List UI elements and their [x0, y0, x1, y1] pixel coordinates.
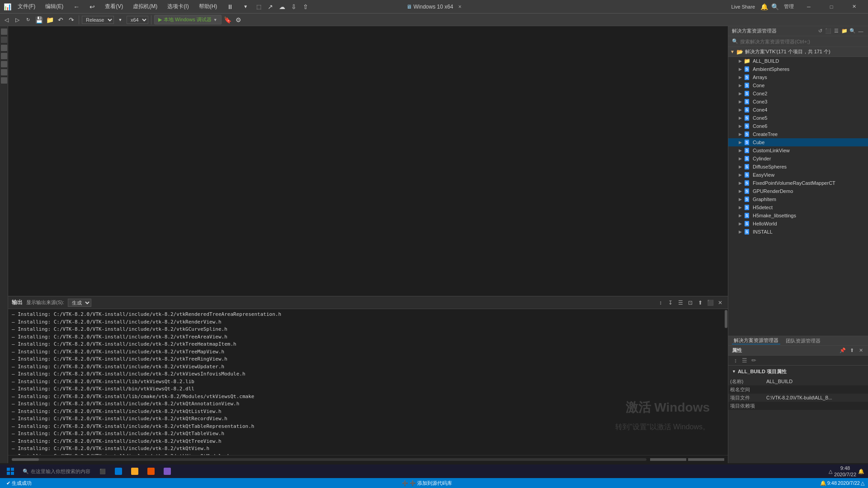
minimize-btn[interactable]: ─: [798, 0, 819, 14]
props-btn-float[interactable]: ⬆: [848, 347, 855, 354]
taskbar-edge[interactable]: [111, 465, 126, 477]
tree-item-graphitem[interactable]: ▶SGraphItem: [728, 195, 868, 203]
tree-item-cylinder[interactable]: ▶SCylinder: [728, 155, 868, 163]
tree-item-cone[interactable]: ▶SCone: [728, 81, 868, 89]
undo-icon[interactable]: ↩: [86, 2, 99, 11]
sol-search-icon[interactable]: —: [857, 28, 864, 35]
edit-menu[interactable]: 编辑(E): [42, 2, 67, 11]
file-menu[interactable]: 文件(F): [14, 2, 39, 11]
window-close-icon[interactable]: ×: [458, 4, 462, 10]
help-menu[interactable]: 帮助(H): [195, 2, 221, 11]
search-icon[interactable]: 🔍: [770, 2, 779, 11]
hide-icons-btn[interactable]: △: [861, 480, 864, 486]
output-btn-4[interactable]: ⊡: [686, 299, 694, 307]
live-share-btn[interactable]: Live Share: [728, 4, 758, 9]
props-sort-alpha[interactable]: ↕: [732, 357, 739, 364]
toolbar-icon-4[interactable]: ⇩: [289, 2, 298, 11]
taskbar-time[interactable]: 9:48 2020/7/22: [834, 465, 856, 478]
tree-item-fixedpointvolumeraycastmapperct[interactable]: ▶SFixedPointVolumeRayCastMapperCT: [728, 179, 868, 187]
tree-item-arrays[interactable]: ▶SArrays: [728, 73, 868, 81]
left-icon-4[interactable]: [1, 53, 7, 59]
refresh-btn[interactable]: ↻: [24, 15, 33, 24]
left-icon-6[interactable]: [1, 69, 7, 75]
props-sort-cat[interactable]: ☰: [741, 357, 748, 364]
tree-item-install[interactable]: ▶SINSTALL: [728, 228, 868, 236]
props-btn-close[interactable]: ✕: [857, 347, 864, 354]
new-folder-btn[interactable]: 📁: [45, 15, 54, 24]
tree-item-gpurenderdemo[interactable]: ▶SGPURenderDemo: [728, 187, 868, 195]
output-dock-btn[interactable]: ⬛: [706, 299, 714, 307]
taskbar-notify-icon[interactable]: △: [829, 469, 832, 474]
toolbar-icon-5[interactable]: ⇧: [301, 2, 310, 11]
toolbar-icon-2[interactable]: ↗: [266, 2, 275, 11]
undo2-btn[interactable]: ↶: [56, 15, 65, 24]
tree-item-diffusespheres[interactable]: ▶SDiffuseSpheres: [728, 163, 868, 171]
tree-item-cube[interactable]: ▶SCube: [728, 138, 868, 146]
close-btn[interactable]: ✕: [844, 0, 864, 14]
code-editor[interactable]: [8, 26, 728, 296]
output-scrollbar-h-thumb[interactable]: [12, 458, 39, 461]
tab-team-explorer[interactable]: 团队资源管理器: [784, 338, 822, 344]
tree-item-h5detect[interactable]: ▶SH5detect: [728, 203, 868, 211]
taskbar-app3[interactable]: [144, 465, 158, 477]
tree-item-createtree[interactable]: ▶SCreateTree: [728, 130, 868, 138]
left-icon-3[interactable]: [1, 45, 7, 51]
pause-dropdown[interactable]: ▼: [240, 3, 251, 10]
taskbar-explorer[interactable]: [127, 465, 142, 477]
output-content[interactable]: — Installing: C:/VTK-8.2.0/VTK-install/i…: [8, 309, 728, 455]
tree-item-customlinkview[interactable]: ▶SCustomLinkView: [728, 146, 868, 155]
solution-root[interactable]: ▼ 📂 解决方案'VTK'(171 个项目，共 171 个): [728, 47, 868, 57]
sol-btn-3[interactable]: ☰: [833, 28, 840, 35]
props-section-header[interactable]: ▼ ALL_BUILD 项目属性: [732, 367, 864, 375]
sol-btn-5[interactable]: 🔍: [849, 28, 856, 35]
nav-back[interactable]: ←: [70, 2, 83, 11]
run-dropdown-icon[interactable]: ▼: [213, 18, 217, 22]
forward-btn[interactable]: ▷: [13, 15, 22, 24]
left-icon-7[interactable]: [1, 77, 7, 84]
tree-item-all_build[interactable]: ▶📁ALL_BUILD: [728, 57, 868, 65]
output-scrollbar-thumb[interactable]: [725, 310, 727, 328]
sol-btn-1[interactable]: ↺: [816, 28, 824, 35]
output-btn-3[interactable]: ☰: [676, 299, 684, 307]
tree-item-ambientspheres[interactable]: ▶SAmbientSpheres: [728, 65, 868, 73]
manage-btn[interactable]: 管理: [781, 3, 797, 10]
tree-item-cone6[interactable]: ▶SCone6: [728, 122, 868, 130]
taskbar-task-view[interactable]: ⬛: [96, 465, 109, 477]
left-icon-5[interactable]: [1, 61, 7, 67]
platform-select[interactable]: x64 x86: [127, 16, 148, 24]
virt-menu[interactable]: 虚拟机(M): [129, 2, 161, 11]
bookmark-icon[interactable]: 🔖: [223, 15, 232, 24]
back-btn[interactable]: ◁: [2, 15, 11, 24]
left-icon-1[interactable]: [1, 28, 7, 35]
tree-item-cone3[interactable]: ▶SCone3: [728, 98, 868, 106]
solution-search-input[interactable]: [740, 39, 864, 44]
maximize-btn[interactable]: □: [821, 0, 842, 14]
sol-btn-4[interactable]: 📁: [841, 28, 848, 35]
tab-solution-explorer[interactable]: 解决方案资源管理器: [732, 337, 780, 344]
output-scrollbar-v[interactable]: [724, 309, 728, 455]
output-close-btn[interactable]: ✕: [716, 299, 724, 307]
toolbar-icon-1[interactable]: ⬚: [254, 2, 263, 11]
source-select[interactable]: 生成: [68, 299, 91, 307]
tree-item-h5make_libsettings[interactable]: ▶SH5make_libsettings: [728, 211, 868, 220]
view-menu[interactable]: 查看(V): [101, 2, 127, 11]
tree-item-helloworld[interactable]: ▶SHelloWorld: [728, 220, 868, 228]
left-icon-2[interactable]: [1, 37, 7, 43]
redo-btn[interactable]: ↷: [67, 15, 76, 24]
taskbar-search[interactable]: 🔍 在这里输入你想搜索的内容: [19, 465, 94, 477]
props-btn-pin[interactable]: 📌: [839, 347, 846, 354]
start-btn[interactable]: [4, 465, 17, 477]
settings-icon[interactable]: ⚙: [234, 15, 243, 24]
tree-item-cone2[interactable]: ▶SCone2: [728, 89, 868, 98]
select-menu[interactable]: 选项卡(I): [164, 2, 192, 11]
config-dropdown[interactable]: ▼: [116, 15, 125, 24]
props-edit[interactable]: ✏: [750, 357, 757, 364]
sol-btn-2[interactable]: ⬛: [825, 28, 832, 35]
tree-item-cone4[interactable]: ▶SCone4: [728, 106, 868, 114]
output-btn-1[interactable]: ↕: [656, 299, 665, 307]
output-float-btn[interactable]: ⬆: [696, 299, 704, 307]
bell-icon[interactable]: 🔔: [760, 2, 769, 11]
run-debugger-btn[interactable]: ▶ 本地 Windows 调试器 ▼: [154, 15, 222, 24]
output-btn-2[interactable]: ↧: [666, 299, 675, 307]
toolbar-icon-3[interactable]: ☁: [278, 2, 287, 11]
